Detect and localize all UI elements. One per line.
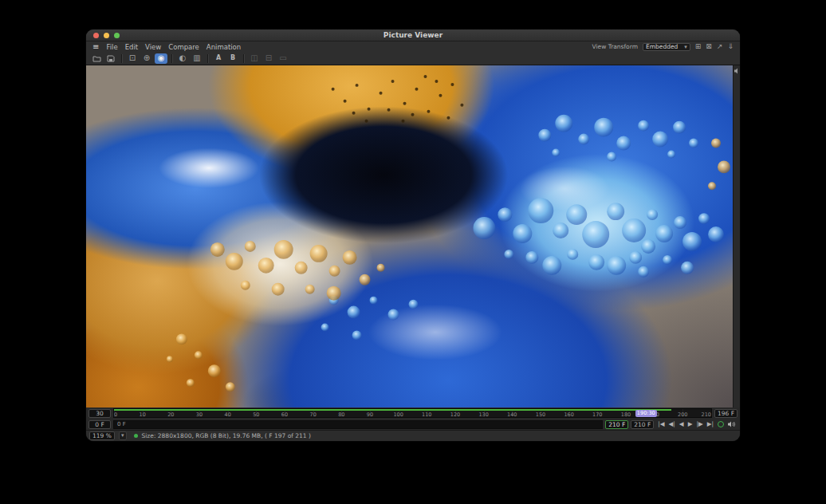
range-end-field[interactable]: 210 F [605, 420, 628, 429]
compare-split-button[interactable]: ◫ [248, 53, 261, 64]
menu-bar: ≡ File Edit View Compare Animation View … [86, 41, 740, 52]
traffic-lights [93, 33, 120, 38]
minimize-button[interactable] [104, 33, 109, 38]
play-button[interactable]: ▶ [688, 421, 693, 427]
compare-box-button[interactable]: ▭ [277, 53, 289, 64]
menu-animation[interactable]: Animation [206, 43, 241, 51]
toolbar-divider [121, 54, 122, 63]
tick-label: 130 [478, 411, 488, 418]
channels-button[interactable]: ▥ [191, 53, 203, 64]
tick-label: 60 [281, 411, 288, 418]
export-icon[interactable]: ⇓ [727, 43, 734, 50]
zoom-dropdown-caret[interactable]: ▾ [119, 431, 127, 440]
tick-label: 140 [507, 411, 517, 418]
range-in-label: 0 F [117, 421, 126, 427]
tick-label: 90 [367, 411, 373, 418]
cache-progress-bar [114, 409, 671, 411]
tick-label: 70 [310, 411, 317, 418]
menubar-right-group: View Transform Embedded ▾ ⊞ ⊠ ↗ ⇓ [592, 43, 734, 51]
status-bar: 119 % ▾ Size: 2880x1800, RGB (8 Bit), 19… [86, 430, 740, 441]
desktop-background: Picture Viewer ≡ File Edit View Compare … [0, 0, 826, 504]
tick-label: 0 [114, 411, 117, 418]
view-transform-value: Embedded [646, 43, 678, 50]
tick-label: 40 [225, 411, 231, 418]
tick-label: 110 [422, 411, 431, 418]
preview-range-bar[interactable]: 0 F [113, 420, 603, 429]
menu-compare[interactable]: Compare [168, 43, 199, 51]
toolbar-divider [243, 54, 244, 63]
compare-horizontal-button[interactable]: ⊟ [262, 53, 275, 64]
image-info-text: Size: 2880x1800, RGB (8 Bit), 19.76 MB, … [142, 432, 311, 439]
tick-label: 200 [678, 411, 687, 418]
version-b-button[interactable]: B [226, 53, 239, 64]
folder-icon [92, 55, 101, 62]
next-frame-button[interactable]: |▶ [696, 421, 702, 427]
grid-icon[interactable]: ⊞ [695, 43, 702, 50]
sphere-view-button[interactable]: ◉ [155, 53, 167, 64]
timeline-ruler-row: 30 0 10 20 30 40 50 60 70 80 90 100 110 … [86, 408, 740, 419]
save-button[interactable] [104, 53, 117, 64]
fit-view-button[interactable]: ⊡ [126, 53, 139, 64]
tick-label: 150 [536, 411, 545, 418]
tick-label: 210 [702, 411, 711, 418]
viewport [86, 65, 740, 408]
goto-start-button[interactable]: |◀ [658, 421, 664, 427]
goto-end-button[interactable]: ▶| [707, 421, 714, 427]
loop-button[interactable] [718, 421, 724, 427]
tick-label: 170 [592, 411, 602, 418]
tick-label: 80 [338, 411, 344, 418]
playhead-marker[interactable]: 190:30 [635, 410, 657, 417]
close-button[interactable] [93, 33, 99, 38]
render-status-dot [134, 434, 138, 438]
hamburger-menu-icon[interactable]: ≡ [92, 42, 99, 51]
view-transform-select[interactable]: Embedded ▾ [643, 43, 690, 51]
fps-field[interactable]: 30 [88, 409, 111, 418]
cache-end-field[interactable]: 196 F [714, 409, 738, 418]
tick-label: 50 [253, 411, 259, 418]
toolbar-divider [171, 54, 172, 63]
save-icon [107, 55, 115, 62]
checker-icon[interactable]: ⊠ [706, 43, 712, 50]
tick-label: 10 [140, 411, 146, 418]
menu-edit[interactable]: Edit [125, 43, 138, 51]
contrast-button[interactable]: ◐ [176, 53, 189, 64]
tick-label: 30 [196, 411, 203, 418]
popout-icon[interactable]: ↗ [717, 43, 723, 50]
tick-label: 100 [393, 411, 403, 418]
pan-button[interactable]: ⊕ [140, 53, 153, 64]
window-title: Picture Viewer [86, 31, 740, 39]
menu-file[interactable]: File [106, 43, 117, 51]
zoom-level-field[interactable]: 119 % [89, 431, 115, 440]
chevron-down-icon: ▾ [684, 44, 687, 50]
tick-label: 20 [167, 411, 174, 418]
title-bar[interactable]: Picture Viewer [86, 30, 740, 41]
toolbar: ⊡ ⊕ ◉ ◐ ▥ A B ◫ ⊟ ▭ [86, 52, 740, 65]
bubbles-overlay [86, 65, 733, 408]
open-folder-button[interactable] [90, 53, 103, 64]
view-transform-label: View Transform [592, 43, 638, 50]
range-row: 0 F 0 F 210 F 210 F |◀ ◀| ◀ ▶ |▶ ▶| [86, 419, 740, 430]
toolbar-divider [207, 54, 208, 63]
current-frame-field[interactable]: 210 F [631, 420, 654, 429]
viewport-right-strip [733, 65, 740, 408]
picture-viewer-window: Picture Viewer ≡ File Edit View Compare … [86, 30, 740, 441]
tick-label: 120 [450, 411, 460, 418]
render-image[interactable] [86, 65, 733, 408]
fullscreen-button[interactable] [114, 33, 120, 38]
version-a-button[interactable]: A [212, 53, 225, 64]
range-start-field[interactable]: 0 F [88, 420, 111, 429]
menu-view[interactable]: View [145, 43, 161, 51]
transport-controls: |◀ ◀| ◀ ▶ |▶ ▶| [656, 421, 738, 427]
tick-label: 180 [621, 411, 631, 418]
sound-icon[interactable] [734, 68, 740, 74]
play-backward-button[interactable]: ◀ [679, 421, 684, 427]
timeline-ruler[interactable]: 0 10 20 30 40 50 60 70 80 90 100 110 120… [113, 408, 712, 418]
volume-icon[interactable] [728, 421, 736, 427]
prev-frame-button[interactable]: ◀| [669, 421, 675, 427]
tick-label: 160 [564, 411, 573, 418]
